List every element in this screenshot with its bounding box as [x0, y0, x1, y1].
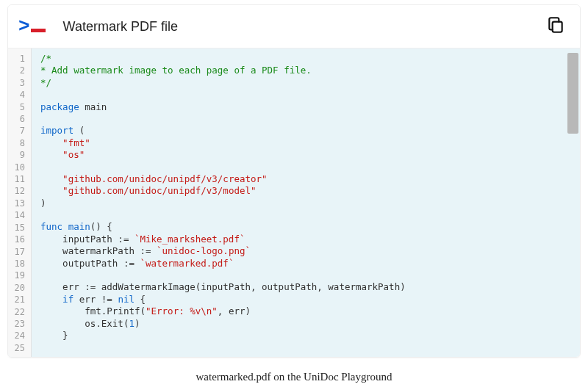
- prompt-icon: >: [18, 15, 46, 37]
- line-number: 7: [8, 125, 31, 137]
- code-line: [40, 162, 580, 173]
- line-number: 21: [8, 294, 31, 305]
- line-number: 9: [8, 149, 31, 161]
- line-number: 10: [8, 162, 31, 173]
- code-line: watermarkPath := `unidoc-logo.png`: [40, 245, 580, 257]
- underscore-icon: [31, 29, 46, 32]
- line-number: 19: [8, 270, 31, 281]
- code-line: func main() {: [40, 221, 580, 233]
- code-line: [40, 113, 580, 125]
- line-number: 5: [8, 101, 31, 113]
- code-line: }: [40, 330, 580, 341]
- code-line: package main: [40, 101, 580, 113]
- header-left: > Watermark PDF file: [18, 15, 178, 37]
- line-gutter: 1234567891011121314151617181920212223242…: [8, 48, 32, 357]
- line-number: 24: [8, 330, 31, 341]
- scrollbar-thumb[interactable]: [567, 53, 578, 134]
- line-number: 13: [8, 198, 31, 209]
- code-line: [40, 341, 580, 353]
- caption-text: watermarked.pdf on the UniDoc Playground: [0, 358, 588, 387]
- code-line: fmt.Printf("Error: %v\n", err): [40, 305, 580, 317]
- code-line: inputPath := `Mike_marksheet.pdf`: [40, 234, 580, 245]
- line-number: 8: [8, 137, 31, 149]
- line-number: 20: [8, 282, 31, 294]
- chevron-icon: >: [18, 15, 29, 37]
- header-bar: > Watermark PDF file: [8, 5, 580, 48]
- svg-rect-0: [553, 22, 562, 32]
- copy-icon: [546, 15, 565, 35]
- code-line: "os": [40, 149, 580, 161]
- code-card: > Watermark PDF file 1234567891011121314…: [7, 4, 581, 358]
- line-number: 11: [8, 173, 31, 185]
- code-line: /*: [40, 53, 580, 65]
- code-line: [40, 209, 580, 221]
- line-number: 3: [8, 77, 31, 89]
- line-number: 2: [8, 65, 31, 76]
- code-line: if err != nil {: [40, 294, 580, 305]
- code-line: import (: [40, 125, 580, 137]
- code-line: outputPath := `watermarked.pdf`: [40, 258, 580, 270]
- line-number: 4: [8, 89, 31, 101]
- code-line: [40, 89, 580, 101]
- code-line: "github.com/unidoc/unipdf/v3/creator": [40, 173, 580, 185]
- line-number: 1: [8, 53, 31, 65]
- line-number: 25: [8, 342, 31, 354]
- code-line: "github.com/unidoc/unipdf/v3/model": [40, 185, 580, 197]
- line-number: 14: [8, 209, 31, 221]
- line-number: 18: [8, 258, 31, 270]
- code-editor[interactable]: 1234567891011121314151617181920212223242…: [8, 48, 580, 357]
- code-line: err := addWatermarkImage(inputPath, outp…: [40, 281, 580, 293]
- code-area[interactable]: /** Add watermark image to each page of …: [32, 48, 580, 357]
- code-line: os.Exit(1): [40, 318, 580, 330]
- code-line: "fmt": [40, 137, 580, 149]
- copy-button[interactable]: [546, 15, 565, 37]
- code-line: */: [40, 77, 580, 89]
- line-number: 23: [8, 318, 31, 330]
- code-line: [40, 270, 580, 281]
- page-title: Watermark PDF file: [63, 19, 178, 35]
- line-number: 6: [8, 113, 31, 125]
- code-line: * Add watermark image to each page of a …: [40, 65, 580, 76]
- line-number: 15: [8, 222, 31, 234]
- line-number: 17: [8, 246, 31, 258]
- code-line: ): [40, 198, 580, 209]
- line-number: 12: [8, 185, 31, 197]
- line-number: 16: [8, 234, 31, 245]
- line-number: 22: [8, 306, 31, 318]
